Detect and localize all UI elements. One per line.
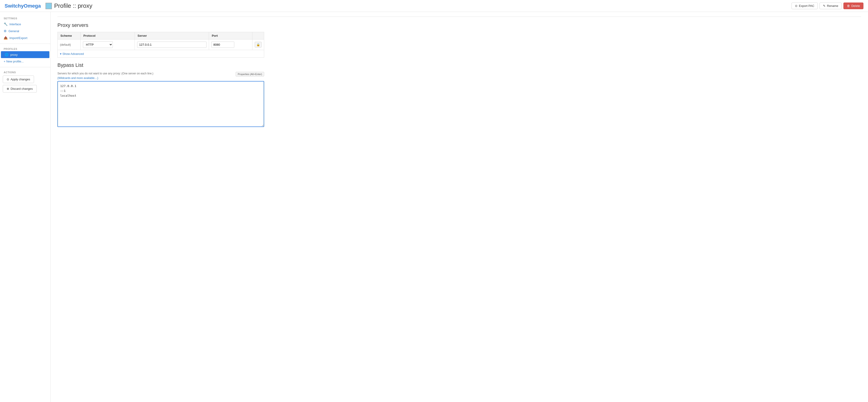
properties-button[interactable]: Properties (Alt+Enter): [236, 72, 264, 76]
proxy-servers-table: Scheme Protocol Server Port (default) HT…: [57, 32, 264, 58]
profile-color-icon: [45, 3, 52, 9]
bypass-list-title: Bypass List: [57, 62, 264, 68]
import-icon: 📥: [4, 36, 7, 40]
port-wrapper: [211, 41, 250, 48]
rename-icon: ✎: [823, 4, 826, 8]
lock-button[interactable]: 🔒: [255, 42, 261, 47]
bypass-description: Servers for which you do not want to use…: [57, 72, 153, 75]
bypass-list-section: Bypass List Servers for which you do not…: [57, 62, 264, 128]
server-input[interactable]: [137, 41, 207, 48]
protocol-cell: HTTP HTTPS SOCKS4 SOCKS5: [81, 39, 135, 50]
wrench-icon: 🔧: [4, 22, 7, 26]
wildcards-link[interactable]: (Wildcards and more available…): [57, 76, 98, 80]
settings-section-label: SETTINGS: [0, 15, 50, 21]
discard-icon: ⊗: [7, 87, 9, 91]
port-cell: [209, 39, 252, 50]
show-advanced-row: ▾ Show Advanced: [58, 50, 264, 58]
sidebar: SETTINGS 🔧 Interface ⚙ General 📥 Import/…: [0, 12, 51, 402]
sidebar-divider-2: [0, 67, 50, 67]
protocol-select[interactable]: HTTP HTTPS SOCKS4 SOCKS5: [83, 41, 113, 48]
bypass-textarea-wrapper: 127.0.0.1 ::1 localhost: [57, 81, 264, 128]
port-column-header: Port: [209, 32, 252, 39]
table-row: (default) HTTP HTTPS SOCKS4 SOCKS5: [58, 39, 264, 50]
export-pac-button[interactable]: ⊙ Export PAC: [792, 3, 818, 9]
apply-icon: ⊙: [7, 77, 9, 81]
header-divider: [57, 16, 861, 17]
server-cell: [134, 39, 209, 50]
server-column-header: Server: [134, 32, 209, 39]
chevron-down-icon: ▾: [60, 52, 62, 56]
show-advanced-cell: ▾ Show Advanced: [58, 50, 264, 58]
actions-section-label: ACTIONS: [0, 70, 50, 75]
bypass-header: Servers for which you do not want to use…: [57, 72, 264, 80]
rename-button[interactable]: ✎ Rename: [819, 3, 842, 9]
app-header: SwitchyOmega Profile :: proxy ⊙ Export P…: [0, 0, 868, 12]
profile-title: Profile :: proxy: [54, 2, 92, 9]
gear-icon: ⚙: [4, 29, 7, 33]
sidebar-item-interface[interactable]: 🔧 Interface: [0, 21, 50, 28]
sidebar-item-import-export[interactable]: 📥 Import/Export: [0, 34, 50, 41]
sidebar-item-general[interactable]: ⚙ General: [0, 28, 50, 34]
sidebar-item-proxy[interactable]: 🌐 proxy: [1, 51, 50, 58]
trash-icon: 🗑: [847, 4, 850, 8]
show-advanced-link[interactable]: ▾ Show Advanced: [60, 52, 84, 56]
export-icon: ⊙: [795, 4, 798, 8]
scheme-column-header: Scheme: [58, 32, 81, 39]
header-actions: ⊙ Export PAC ✎ Rename 🗑 Delete: [792, 3, 863, 9]
lock-cell: 🔒: [252, 39, 264, 50]
lock-column-header: [252, 32, 264, 39]
profiles-section-label: PROFILES: [0, 46, 50, 51]
sidebar-item-new-profile[interactable]: + New profile...: [0, 58, 50, 65]
app-title: SwitchyOmega: [5, 3, 41, 9]
discard-changes-button[interactable]: ⊗ Discard changes: [3, 85, 37, 93]
main-content: Proxy servers Scheme Protocol Server Por…: [51, 12, 868, 402]
delete-button[interactable]: 🗑 Delete: [843, 3, 863, 9]
port-input[interactable]: [211, 41, 234, 48]
layout: SETTINGS 🔧 Interface ⚙ General 📥 Import/…: [0, 12, 868, 402]
scheme-cell: (default): [58, 39, 81, 50]
bypass-textarea[interactable]: 127.0.0.1 ::1 localhost: [57, 81, 264, 127]
bypass-description-wrapper: Servers for which you do not want to use…: [57, 72, 153, 80]
proxy-servers-title: Proxy servers: [57, 22, 861, 28]
protocol-column-header: Protocol: [81, 32, 135, 39]
globe-icon: 🌐: [5, 53, 8, 57]
apply-changes-button[interactable]: ⊙ Apply changes: [3, 75, 34, 83]
